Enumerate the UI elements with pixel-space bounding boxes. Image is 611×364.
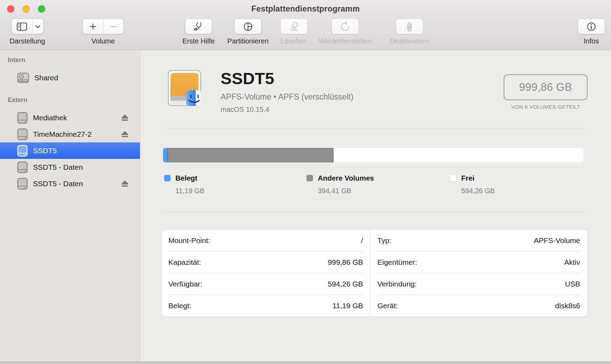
erste-hilfe-button[interactable] bbox=[185, 19, 212, 34]
eject-button[interactable] bbox=[121, 114, 129, 121]
detail-row-belegt: Belegt: 11,19 GB bbox=[168, 295, 363, 317]
legend-swatch-belegt bbox=[164, 175, 170, 181]
detail-row-verbindung: Verbindung: USB bbox=[377, 273, 580, 295]
window-chrome: Festplattendienstprogramm bbox=[0, 0, 611, 50]
wiederherstellen-button[interactable] bbox=[332, 19, 358, 34]
sidebar-item-label: Mediathek bbox=[33, 114, 67, 122]
detail-value: USB bbox=[565, 280, 580, 288]
wiederherstellen-label: Wiederherstellen bbox=[319, 37, 371, 45]
size-badge-caption: VON 6 VOLUMES GETEILT bbox=[498, 104, 593, 110]
loeschen-label: Löschen bbox=[281, 37, 307, 45]
sidebar-item-ssdt5-daten-1[interactable]: SSDT5 - Daten bbox=[0, 159, 140, 175]
main-panel: SSDT5 APFS-Volume • APFS (verschlüsselt)… bbox=[140, 50, 611, 364]
eject-icon bbox=[121, 180, 129, 187]
sidebar-section-intern: Intern bbox=[8, 57, 140, 63]
loeschen-button[interactable] bbox=[281, 19, 307, 34]
deaktivieren-button[interactable] bbox=[396, 19, 423, 34]
detail-label: Kapazität: bbox=[168, 258, 201, 267]
details-column-left: Mount-Point: / Kapazität: 999,86 GB Verf… bbox=[162, 230, 370, 317]
detail-row-geraet: Gerät: disk8s6 bbox=[377, 295, 580, 317]
legend-swatch-frei bbox=[450, 175, 456, 181]
volume-icon bbox=[168, 68, 201, 108]
sidebar-item-shared[interactable]: Shared bbox=[0, 69, 140, 86]
detail-label: Verbindung: bbox=[377, 280, 417, 288]
chevron-down-icon bbox=[32, 19, 43, 34]
finder-badge bbox=[186, 90, 201, 106]
partitionieren-button[interactable] bbox=[235, 19, 261, 34]
detail-label: Belegt: bbox=[168, 302, 191, 310]
volume-subtitle: APFS-Volume • APFS (verschlüsselt) bbox=[221, 92, 354, 102]
sidebar-section-extern: Extern bbox=[8, 97, 140, 103]
volume-tool: Volume bbox=[83, 19, 123, 45]
window-title: Festplattendienstprogramm bbox=[0, 4, 611, 14]
sidebar-toggle-icon bbox=[12, 19, 32, 34]
legend-value: 11,19 GB bbox=[175, 187, 204, 195]
sidebar-item-timemachine27-2[interactable]: TimeMachine27-2 bbox=[0, 126, 140, 142]
legend-value: 394,41 GB bbox=[318, 187, 374, 195]
legend-item-andere-volumes: Andere Volumes 394,41 GB bbox=[307, 174, 374, 195]
detail-value: APFS-Volume bbox=[534, 236, 580, 245]
detail-value: 11,19 GB bbox=[333, 302, 363, 310]
external-drive-icon bbox=[17, 128, 28, 140]
details-column-right: Typ: APFS-Volume Eigentümer: Aktiv Verbi… bbox=[370, 230, 588, 317]
detail-label: Mount-Point: bbox=[168, 236, 210, 245]
size-badge: 999,86 GB bbox=[504, 74, 588, 100]
eject-icon bbox=[121, 114, 129, 121]
legend-swatch-andere-volumes bbox=[307, 175, 313, 181]
erase-tool: Löschen bbox=[281, 19, 307, 45]
infos-button[interactable] bbox=[578, 19, 605, 34]
deaktivieren-label: Deaktivieren bbox=[390, 37, 429, 45]
separator bbox=[163, 128, 588, 128]
external-drive-icon bbox=[17, 161, 28, 173]
volume-segmented-control bbox=[83, 19, 123, 34]
sidebar-item-ssdt5[interactable]: SSDT5 bbox=[0, 142, 140, 159]
darstellung-button[interactable] bbox=[12, 19, 43, 34]
restore-tool: Wiederherstellen bbox=[319, 19, 371, 45]
unmount-icon bbox=[404, 21, 414, 32]
separator bbox=[163, 212, 588, 212]
detail-row-kapazitaet: Kapazität: 999,86 GB bbox=[168, 251, 363, 273]
stethoscope-icon bbox=[193, 21, 204, 32]
detail-label: Eigentümer: bbox=[377, 258, 417, 267]
sidebar-item-ssdt5-daten-2[interactable]: SSDT5 - Daten bbox=[0, 175, 140, 192]
partitionieren-label: Partitionieren bbox=[227, 37, 269, 45]
usage-segment-belegt bbox=[163, 148, 168, 162]
sidebar: Intern Shared Extern bbox=[0, 50, 140, 364]
usage-legend: Belegt 11,19 GB Andere Volumes 394,41 GB… bbox=[163, 174, 584, 213]
detail-row-verfuegbar: Verfügbar: 594,26 GB bbox=[168, 273, 363, 295]
add-volume-button[interactable] bbox=[83, 19, 103, 34]
detail-row-typ: Typ: APFS-Volume bbox=[377, 230, 580, 251]
eject-button[interactable] bbox=[121, 180, 129, 187]
info-circle-icon bbox=[586, 21, 597, 32]
eject-icon bbox=[121, 131, 129, 138]
erste-hilfe-label: Erste Hilfe bbox=[182, 37, 215, 45]
restore-arrow-icon bbox=[340, 21, 351, 32]
view-label: Darstellung bbox=[9, 37, 45, 45]
partition-tool: Partitionieren bbox=[227, 19, 269, 45]
disk-utility-window: Festplattendienstprogramm bbox=[0, 0, 611, 364]
legend-value: 594,26 GB bbox=[461, 187, 495, 195]
external-drive-icon bbox=[17, 112, 28, 124]
sidebar-item-label: Shared bbox=[34, 74, 58, 82]
internal-drive-icon bbox=[17, 73, 29, 83]
detail-value: / bbox=[361, 236, 363, 245]
toolbar: Darstellung Vol bbox=[0, 17, 611, 50]
first-aid-tool: Erste Hilfe bbox=[182, 19, 215, 45]
sidebar-item-label: SSDT5 - Daten bbox=[33, 180, 83, 188]
detail-label: Verfügbar: bbox=[168, 280, 202, 288]
volume-header: SSDT5 APFS-Volume • APFS (verschlüsselt)… bbox=[221, 69, 354, 114]
usage-bar bbox=[163, 148, 584, 162]
detail-value: 594,26 GB bbox=[328, 280, 363, 288]
sidebar-item-label: SSDT5 bbox=[33, 147, 57, 155]
legend-item-belegt: Belegt 11,19 GB bbox=[164, 174, 204, 195]
sidebar-item-mediathek[interactable]: Mediathek bbox=[0, 109, 140, 126]
detail-value: disk8s6 bbox=[555, 302, 580, 310]
eject-button[interactable] bbox=[121, 131, 129, 138]
detail-row-eigentuemer: Eigentümer: Aktiv bbox=[377, 251, 580, 273]
unmount-tool: Deaktivieren bbox=[390, 19, 429, 45]
detail-value: Aktiv bbox=[564, 258, 580, 267]
usage-segment-andere-volumes bbox=[168, 148, 334, 162]
external-drive-icon bbox=[17, 178, 28, 190]
volume-os-version: macOS 10.15.4 bbox=[221, 106, 354, 114]
remove-volume-button[interactable] bbox=[103, 19, 123, 34]
